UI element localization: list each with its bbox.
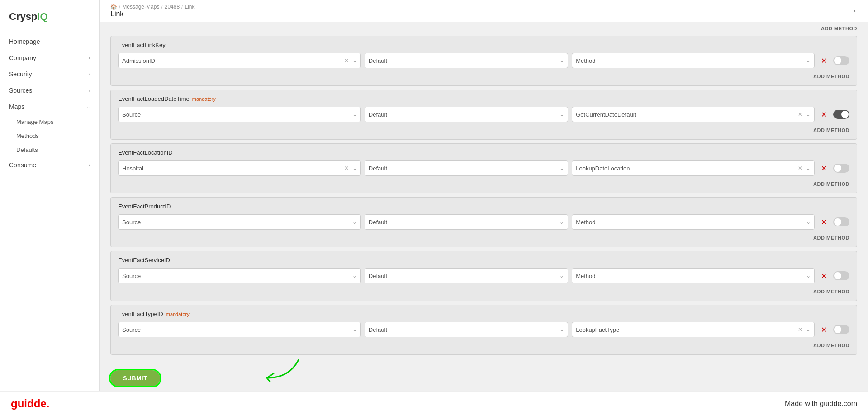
method-chevron-'+i+'[interactable]: ⌄ bbox=[806, 219, 811, 225]
add-method-btn-0[interactable]: ADD METHOD bbox=[813, 74, 849, 79]
default-chevron-'+i+'[interactable]: ⌄ bbox=[560, 273, 564, 279]
delete-btn-2[interactable]: ✕ bbox=[818, 162, 830, 174]
source-select-1[interactable]: Source⌄ bbox=[118, 107, 361, 122]
default-select-5[interactable]: Default⌄ bbox=[365, 322, 568, 337]
annotation-arrow bbox=[249, 355, 303, 382]
submit-button[interactable]: SUBMIT bbox=[110, 370, 160, 386]
source-chevron-'+i+'[interactable]: ⌄ bbox=[352, 326, 357, 333]
footer: guidde. Made with guidde.com bbox=[0, 391, 868, 415]
source-select-3[interactable]: Source⌄ bbox=[118, 214, 361, 230]
method-chevron-'+i+'[interactable]: ⌄ bbox=[806, 165, 811, 171]
sidebar-item-security[interactable]: Security › bbox=[0, 66, 99, 82]
topbar: 🏠 / Message-Maps / 20488 / Link Link → bbox=[100, 0, 868, 22]
toggle-3[interactable] bbox=[833, 217, 849, 226]
sidebar-subitem-defaults[interactable]: Defaults bbox=[0, 143, 99, 157]
toggle-0[interactable] bbox=[833, 56, 849, 65]
footer-tagline: Made with guidde.com bbox=[785, 400, 857, 408]
method-select-2[interactable]: LookupDateLocation✕⌄ bbox=[572, 160, 815, 176]
delete-btn-1[interactable]: ✕ bbox=[818, 108, 830, 121]
source-select-4[interactable]: Source⌄ bbox=[118, 268, 361, 283]
default-chevron-'+i+'[interactable]: ⌄ bbox=[560, 219, 564, 225]
default-chevron-'+i+'[interactable]: ⌄ bbox=[560, 326, 564, 333]
sidebar-subitem-manage-maps[interactable]: Manage Maps bbox=[0, 115, 99, 129]
field-row-eventfactproductid: EventFactProductIDSource⌄Default⌄Method⌄… bbox=[110, 197, 857, 247]
sidebar-item-sources[interactable]: Sources › bbox=[0, 82, 99, 99]
add-method-btn-4[interactable]: ADD METHOD bbox=[813, 289, 849, 294]
add-method-row-4: ADD METHOD bbox=[118, 287, 849, 295]
breadcrumb: 🏠 / Message-Maps / 20488 / Link bbox=[110, 4, 194, 10]
source-select-5[interactable]: Source⌄ bbox=[118, 322, 361, 337]
field-row-eventfactlinkkey: EventFactLinkKeyAdmissionID✕⌄Default⌄Met… bbox=[110, 36, 857, 86]
method-chevron-'+i+'[interactable]: ⌄ bbox=[806, 111, 811, 118]
field-label-0: EventFactLinkKey bbox=[118, 42, 849, 48]
sidebar-item-company[interactable]: Company › bbox=[0, 50, 99, 66]
mandatory-tag-5: mandatory bbox=[166, 311, 190, 317]
method-chevron-'+i+'[interactable]: ⌄ bbox=[806, 273, 811, 279]
field-row-eventfactserviceid: EventFactServiceIDSource⌄Default⌄Method⌄… bbox=[110, 251, 857, 301]
chevron-icon: › bbox=[89, 72, 90, 77]
field-controls-4: Source⌄Default⌄Method⌄✕ bbox=[118, 268, 849, 283]
field-controls-5: Source⌄Default⌄LookupFactType✕⌄✕ bbox=[118, 322, 849, 337]
default-chevron-'+i+'[interactable]: ⌄ bbox=[560, 165, 564, 171]
method-select-0[interactable]: Method⌄ bbox=[572, 53, 815, 68]
default-select-2[interactable]: Default⌄ bbox=[365, 160, 568, 176]
field-row-eventfactloadeddatetime: EventFactLoadedDateTimemandatorySource⌄D… bbox=[110, 90, 857, 140]
method-clear-btn-2[interactable]: ✕ bbox=[796, 164, 804, 172]
source-select-0[interactable]: AdmissionID✕⌄ bbox=[118, 53, 361, 68]
method-select-1[interactable]: GetCurrentDateDefault✕⌄ bbox=[572, 107, 815, 122]
method-select-4[interactable]: Method⌄ bbox=[572, 268, 815, 283]
field-label-4: EventFactServiceID bbox=[118, 257, 849, 264]
sidebar-subitem-methods[interactable]: Methods bbox=[0, 129, 99, 143]
default-select-3[interactable]: Default⌄ bbox=[365, 214, 568, 230]
field-label-5: EventFactTypeIDmandatory bbox=[118, 311, 849, 317]
delete-btn-4[interactable]: ✕ bbox=[818, 270, 830, 282]
field-label-2: EventFactLocationID bbox=[118, 149, 849, 156]
source-chevron-'+i+'[interactable]: ⌄ bbox=[352, 273, 357, 279]
method-chevron-'+i+'[interactable]: ⌄ bbox=[806, 326, 811, 333]
default-select-4[interactable]: Default⌄ bbox=[365, 268, 568, 283]
main-content: ADD METHOD EventFactLinkKeyAdmissionID✕⌄… bbox=[100, 22, 868, 365]
add-method-btn-3[interactable]: ADD METHOD bbox=[813, 235, 849, 241]
field-controls-0: AdmissionID✕⌄Default⌄Method⌄✕ bbox=[118, 53, 849, 68]
add-method-btn-5[interactable]: ADD METHOD bbox=[813, 343, 849, 348]
default-chevron-'+i+'[interactable]: ⌄ bbox=[560, 57, 564, 64]
method-chevron-'+i+'[interactable]: ⌄ bbox=[806, 57, 811, 64]
delete-btn-0[interactable]: ✕ bbox=[818, 55, 830, 67]
field-controls-3: Source⌄Default⌄Method⌄✕ bbox=[118, 214, 849, 230]
sidebar-item-maps[interactable]: Maps ⌄ bbox=[0, 99, 99, 115]
source-chevron-'+i+'[interactable]: ⌄ bbox=[352, 219, 357, 225]
sidebar-item-consume[interactable]: Consume › bbox=[0, 157, 99, 173]
toggle-4[interactable] bbox=[833, 271, 849, 280]
method-select-5[interactable]: LookupFactType✕⌄ bbox=[572, 322, 815, 337]
field-row-eventfacttypeid: EventFactTypeIDmandatorySource⌄Default⌄L… bbox=[110, 305, 857, 355]
add-method-top-button[interactable]: ADD METHOD bbox=[821, 26, 857, 31]
add-method-btn-2[interactable]: ADD METHOD bbox=[813, 181, 849, 187]
source-chevron-'+i+'[interactable]: ⌄ bbox=[352, 57, 357, 64]
toggle-2[interactable] bbox=[833, 164, 849, 173]
delete-btn-3[interactable]: ✕ bbox=[818, 216, 830, 228]
sidebar-item-homepage[interactable]: Homepage bbox=[0, 33, 99, 50]
field-controls-1: Source⌄Default⌄GetCurrentDateDefault✕⌄✕ bbox=[118, 107, 849, 122]
logout-icon[interactable]: → bbox=[849, 6, 857, 16]
source-select-2[interactable]: Hospital✕⌄ bbox=[118, 160, 361, 176]
method-clear-btn-1[interactable]: ✕ bbox=[796, 110, 804, 118]
method-clear-btn-5[interactable]: ✕ bbox=[796, 325, 804, 334]
source-chevron-'+i+'[interactable]: ⌄ bbox=[352, 165, 357, 171]
chevron-icon: ⌄ bbox=[86, 104, 90, 109]
default-select-1[interactable]: Default⌄ bbox=[365, 107, 568, 122]
page-title: Link bbox=[110, 10, 123, 18]
toggle-5[interactable] bbox=[833, 325, 849, 334]
default-chevron-'+i+'[interactable]: ⌄ bbox=[560, 111, 564, 118]
default-select-0[interactable]: Default⌄ bbox=[365, 53, 568, 68]
add-method-row-2: ADD METHOD bbox=[118, 179, 849, 188]
breadcrumb-20488[interactable]: 20488 bbox=[165, 4, 180, 10]
source-chevron-'+i+'[interactable]: ⌄ bbox=[352, 111, 357, 118]
delete-btn-5[interactable]: ✕ bbox=[818, 324, 830, 336]
add-method-btn-1[interactable]: ADD METHOD bbox=[813, 127, 849, 133]
source-clear-btn-0[interactable]: ✕ bbox=[342, 57, 351, 65]
toggle-1[interactable] bbox=[833, 110, 849, 119]
method-select-3[interactable]: Method⌄ bbox=[572, 214, 815, 230]
breadcrumb-message-maps[interactable]: Message-Maps bbox=[122, 4, 159, 10]
toggle-knob-0 bbox=[834, 57, 841, 64]
source-clear-btn-2[interactable]: ✕ bbox=[342, 164, 351, 172]
